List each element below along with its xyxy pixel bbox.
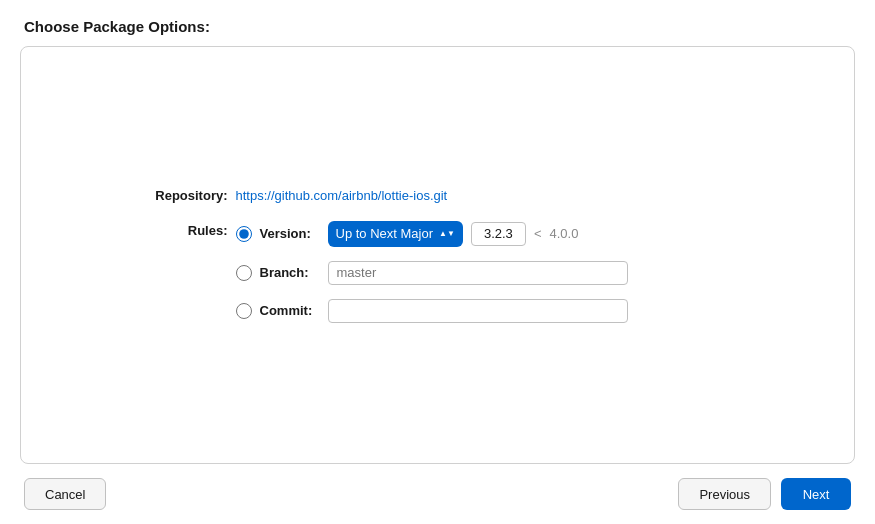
- commit-rule-label: Commit:: [260, 303, 320, 318]
- less-than-symbol: <: [534, 226, 542, 241]
- branch-rule-label: Branch:: [260, 265, 320, 280]
- dialog-title: Choose Package Options:: [24, 18, 210, 35]
- form-section: Repository: https://github.com/airbnb/lo…: [138, 188, 738, 323]
- version-dropdown-text: Up to Next Major: [336, 226, 434, 241]
- branch-rule-row: Branch:: [236, 261, 628, 285]
- max-version-value: 4.0.0: [549, 226, 578, 241]
- dialog: Choose Package Options: Repository: http…: [0, 0, 875, 524]
- rules-label: Rules:: [138, 221, 228, 238]
- version-radio[interactable]: [236, 226, 252, 242]
- branch-radio[interactable]: [236, 265, 252, 281]
- version-rule-row: Version: Up to Next Major ▲▼ < 4.0.0: [236, 221, 628, 247]
- dialog-header: Choose Package Options:: [0, 0, 875, 46]
- next-button[interactable]: Next: [781, 478, 851, 510]
- version-dropdown-button[interactable]: Up to Next Major ▲▼: [328, 221, 463, 247]
- commit-rule-row: Commit:: [236, 299, 628, 323]
- repository-url: https://github.com/airbnb/lottie-ios.git: [236, 188, 448, 203]
- rules-section: Version: Up to Next Major ▲▼ < 4.0.0 Bra…: [236, 221, 628, 323]
- cancel-button[interactable]: Cancel: [24, 478, 106, 510]
- branch-input-field[interactable]: [328, 261, 628, 285]
- commit-input-field[interactable]: [328, 299, 628, 323]
- version-rule-label: Version:: [260, 226, 320, 241]
- repository-label: Repository:: [138, 188, 228, 203]
- commit-radio[interactable]: [236, 303, 252, 319]
- dropdown-arrows-icon: ▲▼: [439, 230, 455, 238]
- version-value-input[interactable]: [471, 222, 526, 246]
- content-area: Repository: https://github.com/airbnb/lo…: [20, 46, 855, 464]
- footer: Cancel Previous Next: [0, 464, 875, 524]
- previous-button[interactable]: Previous: [678, 478, 771, 510]
- footer-right: Previous Next: [678, 478, 851, 510]
- rules-row: Rules: Version: Up to Next Major ▲▼ < 4.…: [138, 221, 738, 323]
- repository-row: Repository: https://github.com/airbnb/lo…: [138, 188, 738, 203]
